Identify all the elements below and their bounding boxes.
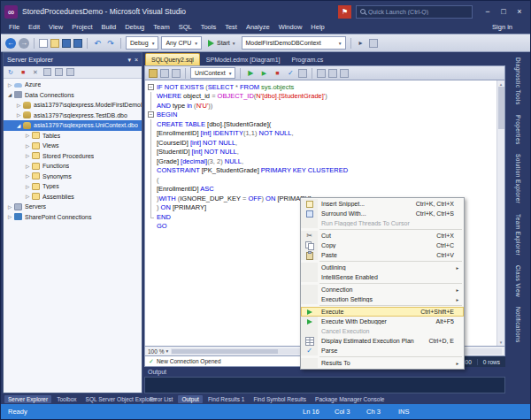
menu-file[interactable]: File — [4, 21, 24, 33]
code-line[interactable]: [CourseID] [int] NOT NULL, — [145, 138, 496, 148]
bottom-tab-error-list[interactable]: Error List — [146, 395, 176, 403]
database-dropdown[interactable]: UniContext▾ — [190, 67, 235, 79]
show-estimated-plan-icon[interactable] — [298, 69, 307, 78]
outline-margin[interactable] — [145, 212, 157, 222]
outline-margin[interactable] — [145, 175, 157, 185]
quick-launch[interactable] — [356, 5, 473, 19]
context-menu-item-cut[interactable]: ✂CutCtrl+X — [301, 231, 464, 241]
context-menu-item-run-flagged-threads-to-cursor[interactable]: Run Flagged Threads To Cursor — [301, 218, 464, 228]
tree-item-servers[interactable]: ▷Servers — [4, 202, 142, 212]
db-context-dropdown[interactable]: ModelFirstDemoDBContext▾ — [242, 36, 346, 50]
code-line[interactable]: [EnrollmentID] [int] IDENTITY(1,1) NOT N… — [145, 129, 496, 139]
tree-item-data-connections[interactable]: ◢Data Connections — [4, 90, 142, 101]
new-query-icon[interactable] — [39, 39, 48, 48]
context-menu-item-surround-with[interactable]: Surround With...Ctrl+K, Ctrl+S — [301, 209, 464, 218]
side-tab-notifications[interactable]: Notifications — [515, 307, 521, 343]
close-icon[interactable]: × — [135, 57, 138, 63]
menu-sql[interactable]: SQL — [174, 21, 196, 33]
attach-to-process-icon[interactable]: ▸ — [356, 38, 366, 49]
stop-refresh-icon[interactable]: ■ — [19, 68, 27, 77]
side-tab-solution-explorer[interactable]: Solution Explorer — [515, 154, 521, 203]
menu-edit[interactable]: Edit — [24, 21, 44, 33]
results-to-text-icon[interactable] — [328, 69, 337, 78]
connect-to-server-icon[interactable] — [55, 68, 63, 76]
document-tab-program-cs[interactable]: Program.cs — [287, 53, 329, 65]
context-menu-item-display-estimated-execution-plan[interactable]: Display Estimated Execution PlanCtrl+D, … — [301, 336, 464, 346]
scrollbar-thumb[interactable] — [498, 87, 504, 129]
context-menu-item-execution-settings[interactable]: Execution Settings▸ — [301, 294, 464, 304]
tree-item-synonyms[interactable]: ▷Synonyms — [4, 172, 142, 182]
code-line[interactable]: [Grade] [decimal](3, 2) NULL, — [145, 157, 496, 166]
code-line[interactable]: [EnrollmentID] ASC — [145, 185, 496, 195]
context-menu-item-outlining[interactable]: Outlining▸ — [301, 263, 464, 272]
tree-item-sharepoint-connections[interactable]: ▷SharePoint Connections — [4, 212, 142, 223]
expander-icon[interactable]: ▷ — [24, 143, 31, 149]
quick-launch-input[interactable] — [368, 9, 468, 15]
results-to-grid-icon[interactable] — [317, 69, 326, 78]
context-menu-item-execute[interactable]: ExecuteCtrl+Shift+E — [301, 307, 464, 317]
context-menu-item-connection[interactable]: Connection▸ — [301, 285, 464, 294]
bottom-tab-output[interactable]: Output — [178, 395, 203, 403]
bottom-tab-package-manager-console[interactable]: Package Manager Console — [312, 395, 388, 403]
expander-icon[interactable]: ▷ — [6, 214, 13, 219]
cancel-query-icon[interactable]: ■ — [272, 68, 282, 79]
vertical-scrollbar[interactable]: ▴▾ — [496, 80, 504, 346]
context-menu-item-results-to[interactable]: Results To▸ — [301, 358, 464, 368]
output-panel-content[interactable] — [144, 377, 505, 393]
menu-window[interactable]: Window — [274, 21, 307, 33]
expander-icon[interactable]: ▷ — [24, 133, 31, 138]
outline-margin[interactable]: − — [145, 82, 157, 92]
outline-margin[interactable] — [145, 129, 157, 139]
outline-margin[interactable] — [145, 101, 157, 111]
code-line[interactable]: WHERE object_id = OBJECT_ID(N'[dbo].[Stu… — [145, 92, 496, 102]
code-line[interactable]: −BEGIN — [145, 111, 496, 120]
side-tab-team-explorer[interactable]: Team Explorer — [515, 214, 521, 256]
context-menu-item-copy[interactable]: CopyCtrl+C — [301, 241, 464, 250]
debug-configuration-dropdown[interactable]: Debug▾ — [126, 36, 158, 50]
code-line[interactable]: CONSTRAINT [PK_StudentGrade] PRIMARY KEY… — [145, 166, 496, 176]
bottom-tab-find-symbol-results[interactable]: Find Symbol Results — [250, 395, 310, 403]
menu-team[interactable]: Team — [149, 21, 173, 33]
open-file-icon[interactable] — [50, 39, 59, 48]
expander-icon[interactable]: ▷ — [24, 194, 31, 199]
start-debug-button[interactable]: Start▾ — [204, 36, 239, 50]
outline-margin[interactable] — [145, 119, 157, 129]
debug-query-icon[interactable]: ▶ — [258, 68, 269, 79]
expander-icon[interactable]: ▷ — [24, 164, 31, 169]
tree-item-stored-procedures[interactable]: ▷Stored Procedures — [4, 151, 142, 162]
sign-in-link[interactable]: Sign in — [492, 23, 527, 31]
close-button[interactable]: × — [512, 5, 527, 19]
scrollbar-thumb[interactable] — [172, 349, 278, 354]
outline-margin[interactable] — [145, 92, 157, 102]
outline-margin[interactable] — [145, 138, 157, 148]
menu-help[interactable]: Help — [306, 21, 328, 33]
notifications-flag-icon[interactable]: ⚑ — [338, 5, 351, 19]
context-menu-item-parse[interactable]: ✓Parse — [301, 346, 464, 355]
change-connection-icon[interactable] — [172, 69, 181, 78]
expander-icon[interactable]: ◢ — [15, 123, 22, 128]
code-line[interactable]: ( — [145, 175, 496, 185]
tree-item-assemblies[interactable]: ▷Assemblies — [4, 192, 142, 202]
document-tab-sqlquery2-sql[interactable]: SQLQuery2.sql — [145, 53, 200, 65]
maximize-button[interactable]: □ — [496, 5, 511, 19]
context-menu-item-insert-snippet[interactable]: Insert Snippet...Ctrl+K, Ctrl+X — [301, 199, 464, 209]
outline-margin[interactable] — [145, 222, 157, 232]
tree-item-tables[interactable]: ▷Tables — [4, 131, 142, 141]
context-menu-item-paste[interactable]: PasteCtrl+V — [301, 250, 464, 260]
menu-view[interactable]: View — [44, 21, 67, 33]
outline-margin[interactable] — [145, 166, 157, 176]
menu-debug[interactable]: Debug — [120, 21, 149, 33]
tree-item-functions[interactable]: ▷Functions — [4, 161, 142, 172]
code-line[interactable]: AND type in (N'U')) — [145, 101, 496, 111]
expander-icon[interactable]: ▷ — [24, 153, 31, 158]
bottom-tab-server-explorer[interactable]: Server Explorer — [4, 395, 51, 403]
side-tab-diagnostic-tools[interactable]: Diagnostic Tools — [515, 57, 521, 105]
disconnect-database-icon[interactable] — [160, 69, 169, 78]
code-line[interactable]: CREATE TABLE [dbo].[StudentGrade]( — [145, 119, 496, 129]
outline-margin[interactable] — [145, 194, 157, 203]
document-tab-spmodel-edmx-diagram1[interactable]: SPModel.edmx [Diagram1] — [201, 53, 286, 65]
outline-margin[interactable] — [145, 157, 157, 166]
bottom-tab-find-results-1[interactable]: Find Results 1 — [204, 395, 249, 403]
context-menu-item-intellisense-enabled[interactable]: IntelliSense Enabled — [301, 272, 464, 282]
tree-item-types[interactable]: ▷Types — [4, 181, 142, 192]
